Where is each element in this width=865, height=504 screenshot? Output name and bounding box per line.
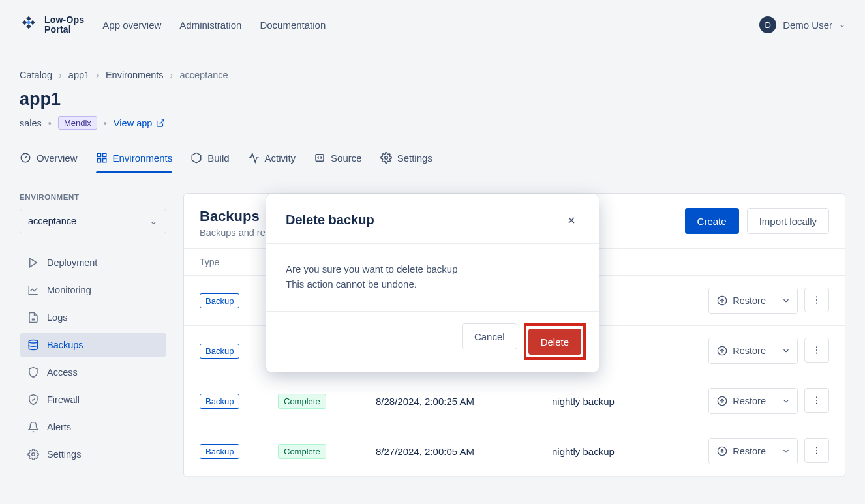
modal-overlay: Delete backup Are you sure you want to d… xyxy=(0,0,865,504)
delete-button[interactable]: Delete xyxy=(528,329,581,355)
modal-head: Delete backup xyxy=(266,194,599,243)
modal-text-1: Are you sure you want to delete backup xyxy=(286,263,458,274)
delete-backup-modal: Delete backup Are you sure you want to d… xyxy=(266,194,599,372)
close-icon xyxy=(566,215,577,226)
modal-title: Delete backup xyxy=(286,213,374,228)
modal-text-2: This action cannot be undone. xyxy=(286,278,417,289)
delete-highlight: Delete xyxy=(524,323,586,360)
modal-body: Are you sure you want to delete backup T… xyxy=(266,243,599,311)
modal-footer: Cancel Delete xyxy=(266,311,599,372)
cancel-button[interactable]: Cancel xyxy=(462,323,517,349)
modal-close-button[interactable] xyxy=(564,213,579,230)
